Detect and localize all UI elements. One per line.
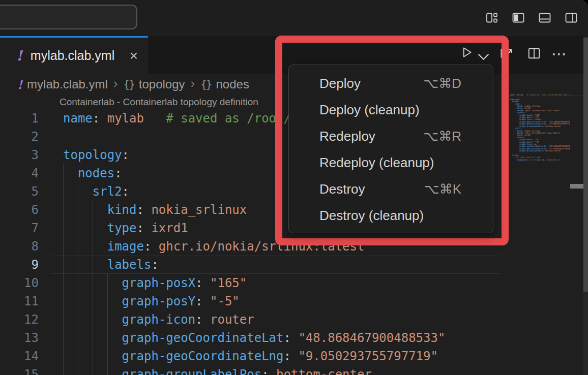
line-number: 1: [0, 109, 39, 128]
code-line: 12 graph-icon: router: [0, 310, 570, 329]
line-number: 7: [0, 219, 39, 237]
symbol-braces-icon: {}: [124, 78, 134, 90]
toggle-secondary-sidebar-icon[interactable]: [565, 11, 578, 24]
line-number: 13: [0, 329, 39, 347]
title-bar: [0, 0, 588, 36]
symbol-braces-icon: {}: [200, 78, 211, 90]
menu-item-label: Deploy (cleanup): [319, 102, 420, 118]
file-warning-icon: !: [16, 48, 22, 64]
menu-item-shortcut: ⌥⌘D: [423, 76, 461, 91]
topoviewer-graph-icon[interactable]: [499, 46, 513, 59]
more-actions-ellipsis-icon[interactable]: ⋯: [551, 45, 567, 63]
line-number: 15: [0, 365, 39, 375]
tab-mylab-clab-yml[interactable]: ! mylab.clab.yml ×: [0, 36, 148, 74]
menu-item-label: Destroy (cleanup): [319, 208, 424, 224]
split-editor-icon[interactable]: [527, 47, 541, 60]
menu-item-label: Destroy: [319, 181, 365, 197]
menu-item-deploy-cleanup[interactable]: Deploy (cleanup): [289, 97, 493, 123]
line-number: 9: [0, 256, 39, 274]
run-deploy-button[interactable]: [460, 46, 473, 59]
code-line: 11 graph-posY: "-5": [0, 292, 570, 310]
scrollbar[interactable]: [583, 37, 588, 375]
line-number: 11: [0, 292, 39, 310]
code-line: 10 graph-posX: "165": [0, 274, 570, 292]
breadcrumb-item-file[interactable]: mylab.clab.yml: [27, 77, 108, 91]
minimap-line: endpoints: [ srl1:e1-1, srl2:e1-1 ]: [510, 159, 570, 161]
line-number: 6: [0, 201, 39, 219]
editor-group-border: [570, 95, 584, 96]
tab-label: mylab.clab.yml: [31, 48, 114, 63]
menu-item-destroy[interactable]: Destroy⌥⌘K: [289, 176, 493, 202]
menu-item-label: Redeploy (cleanup): [319, 155, 434, 171]
chevron-separator-icon: ›: [113, 76, 118, 91]
breadcrumb: ! mylab.clab.yml › {} topology › {} node…: [17, 74, 249, 95]
chevron-separator-icon: ›: [191, 76, 195, 91]
menu-item-label: Redeploy: [319, 129, 375, 144]
close-icon[interactable]: ×: [130, 49, 138, 63]
vscode-window: ! mylab.clab.yml × ⋯ ! mylab.clab.yml › …: [0, 0, 588, 375]
toggle-panel-icon[interactable]: [538, 11, 551, 24]
overview-slider[interactable]: [570, 184, 583, 189]
line-number: 8: [0, 237, 39, 256]
menu-item-destroy-cleanup[interactable]: Destroy (cleanup): [289, 202, 493, 229]
layout-controls: [485, 11, 578, 24]
menu-item-redeploy[interactable]: Redeploy⌥⌘R: [289, 123, 493, 149]
menu-item-shortcut: ⌥⌘R: [423, 129, 461, 144]
customize-layout-icon[interactable]: [485, 11, 498, 24]
line-number: 4: [0, 164, 39, 182]
line-number: 14: [0, 347, 39, 365]
code-line: 13 graph-geoCoordinateLat: "48.868467900…: [0, 329, 570, 347]
code-line: 8 image: ghcr.io/nokia/srlinux:latest: [0, 237, 570, 256]
code-line: 15 graph-groupLabelPos: bottom-center: [0, 365, 570, 375]
minimap-line: name: mylab # saved as /root/srl25/mylab…: [510, 94, 570, 96]
menu-item-deploy[interactable]: Deploy⌥⌘D: [289, 70, 493, 97]
menu-item-redeploy-cleanup[interactable]: Redeploy (cleanup): [289, 149, 493, 176]
menu-item-shortcut: ⌥⌘K: [424, 181, 461, 197]
breadcrumb-item-topology[interactable]: topology: [139, 77, 185, 91]
breadcrumb-item-nodes[interactable]: nodes: [216, 77, 249, 91]
hover-info-text: Containerlab - Containerlab topology def…: [60, 97, 258, 108]
command-center-search[interactable]: [0, 5, 137, 29]
line-number: 10: [0, 274, 39, 292]
toggle-primary-sidebar-icon[interactable]: [512, 11, 525, 24]
menu-item-label: Deploy: [319, 76, 361, 91]
line-number: 5: [0, 182, 39, 201]
code-line: 14 graph-geoCoordinateLng: "9.0502937557…: [0, 347, 570, 365]
file-warning-icon: !: [17, 78, 22, 91]
scrollbar-slider[interactable]: [583, 38, 588, 292]
run-dropdown-menu: Deploy⌥⌘DDeploy (cleanup)Redeploy⌥⌘RRede…: [288, 65, 493, 233]
line-number: 3: [0, 146, 39, 164]
line-number: 2: [0, 128, 39, 146]
minimap-line: graph-groupLabelPos: bottom-center: [510, 150, 570, 152]
code-line: 9 labels:: [0, 256, 570, 274]
editor-group-border: [570, 95, 570, 375]
line-number: 12: [0, 310, 39, 329]
minimap[interactable]: name: mylab # saved as /root/srl25/mylab…: [510, 94, 570, 161]
